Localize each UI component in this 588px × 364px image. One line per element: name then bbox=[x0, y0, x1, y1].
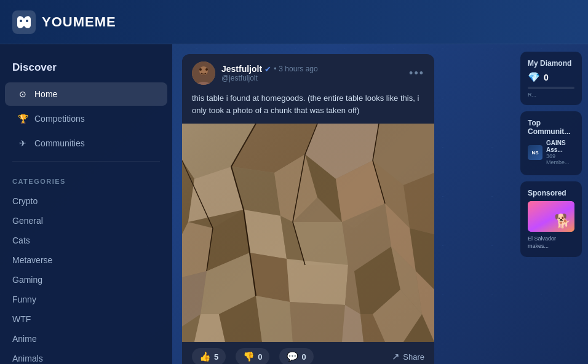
post-actions: 👍 5 👎 0 💬 0 ↗ Share bbox=[182, 342, 434, 364]
post-image bbox=[182, 124, 434, 342]
category-funny[interactable]: Funny bbox=[0, 290, 172, 309]
discover-title: Discover bbox=[0, 57, 172, 81]
sponsored-card: Sponsored 🐕 El Salvador makes... bbox=[520, 181, 582, 257]
sidebar-item-competitions-label: Competitions bbox=[34, 114, 85, 124]
avatar-image bbox=[192, 61, 215, 85]
community-info: GAINS Ass... 369 Membe... bbox=[546, 140, 574, 165]
sidebar-item-home[interactable]: ⊙ Home bbox=[5, 82, 167, 106]
diamond-title: My Diamond bbox=[528, 59, 574, 68]
sponsored-image[interactable]: 🐕 bbox=[528, 201, 574, 232]
sidebar: Discover ⊙ Home 🏆 Competitions ✈ Communi… bbox=[0, 44, 172, 364]
top-communities-title: Top Communit... bbox=[528, 119, 574, 136]
sponsored-text: El Salvador makes... bbox=[528, 235, 574, 250]
home-icon: ⊙ bbox=[17, 89, 28, 100]
svg-point-5 bbox=[199, 68, 202, 71]
post-text: this table i found at homegoods. (the en… bbox=[182, 90, 434, 124]
mosaic-overlay bbox=[182, 124, 434, 342]
category-general[interactable]: General bbox=[0, 211, 172, 231]
share-button[interactable]: ↗ Share bbox=[392, 351, 424, 362]
category-anime[interactable]: Anime bbox=[0, 329, 172, 349]
sidebar-item-communities-label: Communities bbox=[34, 138, 85, 148]
comment-icon: 💬 bbox=[287, 351, 298, 362]
sidebar-divider bbox=[12, 161, 160, 162]
dislike-count: 0 bbox=[258, 352, 262, 362]
category-gaming[interactable]: Gaming bbox=[0, 270, 172, 290]
svg-rect-56 bbox=[182, 124, 434, 342]
top-communities-card: Top Communit... NS GAINS Ass... 369 Memb… bbox=[520, 111, 582, 175]
categories-title: CATEGORIES bbox=[0, 178, 172, 191]
diamond-row: 💎 0 bbox=[528, 71, 574, 83]
svg-point-6 bbox=[205, 68, 208, 71]
post-time: 3 hours ago bbox=[279, 65, 317, 73]
dog-emoji: 🐕 bbox=[554, 213, 571, 229]
main-layout: Discover ⊙ Home 🏆 Competitions ✈ Communi… bbox=[0, 44, 588, 364]
post-author: Jestfuljolt ✔ • 3 hours ago @jestfuljolt bbox=[192, 61, 318, 85]
dislike-button[interactable]: 👎 0 bbox=[236, 348, 269, 364]
community-item[interactable]: NS GAINS Ass... 369 Membe... bbox=[528, 140, 574, 165]
comment-count: 0 bbox=[301, 352, 306, 362]
diamond-card: My Diamond 💎 0 R... bbox=[520, 52, 582, 105]
author-name-row: Jestfuljolt ✔ • 3 hours ago bbox=[221, 64, 318, 74]
post-menu-button[interactable]: ••• bbox=[409, 67, 424, 80]
like-count: 5 bbox=[214, 352, 218, 362]
dislike-icon: 👎 bbox=[243, 351, 255, 362]
post-card: Jestfuljolt ✔ • 3 hours ago @jestfuljolt… bbox=[182, 54, 434, 364]
like-button[interactable]: 👍 5 bbox=[192, 348, 226, 364]
category-animals[interactable]: Animals bbox=[0, 349, 172, 364]
right-sidebar: My Diamond 💎 0 R... Top Communit... NS G… bbox=[520, 44, 588, 364]
diamond-icon: 💎 bbox=[528, 71, 540, 83]
community-name: GAINS Ass... bbox=[546, 140, 574, 153]
competitions-icon: 🏆 bbox=[17, 113, 28, 124]
category-wtf[interactable]: WTF bbox=[0, 309, 172, 329]
svg-point-1 bbox=[20, 20, 22, 22]
separator: • bbox=[274, 65, 276, 73]
sidebar-item-communities[interactable]: ✈ Communities bbox=[5, 132, 167, 155]
share-label: Share bbox=[403, 352, 424, 362]
categories-section: CATEGORIES Crypto General Cats Metaverse… bbox=[0, 168, 172, 364]
logo[interactable]: YOUMEME bbox=[12, 10, 116, 34]
author-handle: @jestfuljolt bbox=[221, 74, 318, 82]
header: YOUMEME bbox=[0, 0, 588, 44]
category-metaverse[interactable]: Metaverse bbox=[0, 250, 172, 270]
community-members: 369 Membe... bbox=[546, 153, 574, 165]
communities-icon: ✈ bbox=[17, 138, 28, 149]
avatar bbox=[192, 61, 215, 85]
like-icon: 👍 bbox=[199, 351, 211, 362]
author-name: Jestfuljolt bbox=[221, 64, 262, 74]
community-avatar: NS bbox=[528, 145, 542, 160]
share-icon: ↗ bbox=[392, 351, 400, 362]
logo-icon bbox=[12, 10, 36, 34]
verified-badge: ✔ bbox=[264, 65, 271, 74]
category-cats[interactable]: Cats bbox=[0, 231, 172, 250]
diamond-count: 0 bbox=[544, 73, 549, 82]
category-crypto[interactable]: Crypto bbox=[0, 191, 172, 211]
logo-text: YOUMEME bbox=[42, 14, 116, 30]
content-area: Jestfuljolt ✔ • 3 hours ago @jestfuljolt… bbox=[172, 44, 520, 364]
comment-button[interactable]: 💬 0 bbox=[279, 348, 313, 364]
sidebar-item-competitions[interactable]: 🏆 Competitions bbox=[5, 107, 167, 130]
sidebar-item-home-label: Home bbox=[34, 89, 57, 99]
sponsored-title: Sponsored bbox=[528, 189, 574, 197]
svg-point-2 bbox=[26, 20, 28, 22]
post-header: Jestfuljolt ✔ • 3 hours ago @jestfuljolt… bbox=[182, 54, 434, 90]
author-info: Jestfuljolt ✔ • 3 hours ago @jestfuljolt bbox=[221, 64, 318, 82]
